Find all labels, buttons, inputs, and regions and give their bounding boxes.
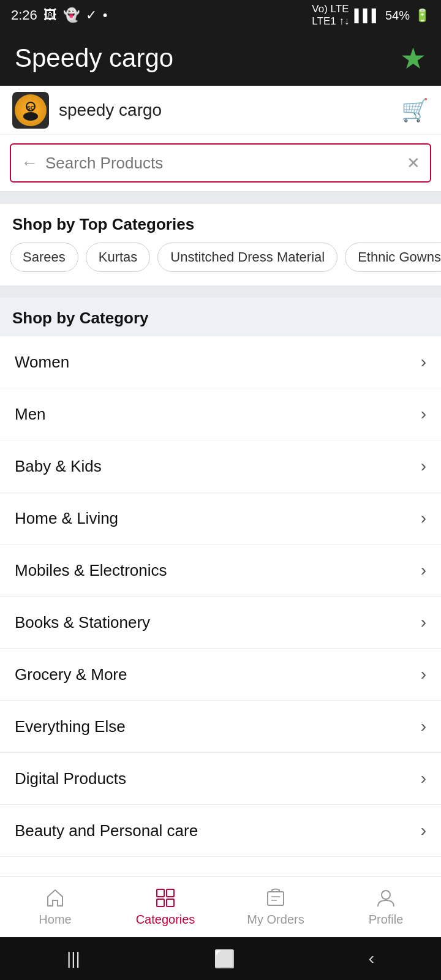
chip-ethnic-gowns[interactable]: Ethnic Gowns <box>345 243 441 272</box>
category-label-mobiles: Mobiles & Electronics <box>15 561 167 580</box>
chevron-right-icon-everything-else: › <box>421 717 426 736</box>
category-item-baby-kids[interactable]: Baby & Kids › <box>0 440 441 492</box>
status-right: Vo) LTELTE1 ↑↓ ▌▌▌ 54% 🔋 <box>312 3 430 28</box>
shop-by-category-heading: Shop by Category <box>0 298 441 336</box>
shop-name-label: speedy cargo <box>59 100 162 120</box>
chevron-right-icon-mobiles: › <box>421 560 426 580</box>
search-bar-container: ← ✕ <box>0 135 441 192</box>
status-bar: 2:26 🖼 👻 ✓ • Vo) LTELTE1 ↑↓ ▌▌▌ 54% 🔋 <box>0 0 441 31</box>
nav-label-home: Home <box>39 913 71 927</box>
nav-label-categories: Categories <box>136 913 195 927</box>
search-back-icon[interactable]: ← <box>21 153 38 173</box>
chevron-right-icon-digital: › <box>421 769 426 788</box>
cart-icon[interactable]: 🛒 <box>401 97 429 123</box>
category-item-grocery[interactable]: Grocery & More › <box>0 649 441 701</box>
svg-point-9 <box>382 891 390 899</box>
back-button[interactable]: ‹ <box>369 949 374 968</box>
status-left: 2:26 🖼 👻 ✓ • <box>11 7 108 23</box>
svg-text:SC: SC <box>27 105 35 111</box>
signal-icon: ▌▌▌ <box>354 9 380 23</box>
chevron-right-icon-men: › <box>421 404 426 424</box>
top-categories-chips: Sarees Kurtas Unstitched Dress Material … <box>0 243 441 285</box>
chevron-right-icon-baby-kids: › <box>421 456 426 476</box>
profile-icon <box>375 887 397 909</box>
avatar-image: SC <box>15 94 47 126</box>
category-label-home-living: Home & Living <box>15 509 118 528</box>
category-item-beauty[interactable]: Beauty and Personal care › <box>0 805 441 857</box>
category-label-women: Women <box>15 353 69 372</box>
volte-icon: Vo) LTELTE1 ↑↓ <box>312 3 349 28</box>
svg-rect-4 <box>157 889 164 897</box>
category-item-mobiles[interactable]: Mobiles & Electronics › <box>0 545 441 597</box>
svg-rect-7 <box>167 899 174 907</box>
chevron-right-icon-home-living: › <box>421 508 426 528</box>
chip-unstitched[interactable]: Unstitched Dress Material <box>157 243 337 272</box>
chevron-right-icon-books: › <box>421 612 426 632</box>
top-categories-heading: Shop by Top Categories <box>0 204 441 243</box>
battery-display: 54% <box>385 9 410 23</box>
category-item-digital[interactable]: Digital Products › <box>0 753 441 805</box>
home-button[interactable]: ⬜ <box>214 949 235 969</box>
chip-kurtas[interactable]: Kurtas <box>86 243 151 272</box>
nav-item-orders[interactable]: My Orders <box>221 887 331 927</box>
search-clear-icon[interactable]: ✕ <box>407 154 420 173</box>
app-title: Speedy cargo <box>15 43 173 73</box>
category-item-books[interactable]: Books & Stationery › <box>0 597 441 649</box>
recents-button[interactable]: ||| <box>67 949 80 968</box>
check-icon: ✓ <box>86 7 97 23</box>
category-label-digital: Digital Products <box>15 769 126 788</box>
app-header: Speedy cargo ★ <box>0 31 441 86</box>
bottom-nav: Home Categories My Orders Profile <box>0 876 441 937</box>
photo-icon: 🖼 <box>43 7 57 23</box>
search-input[interactable] <box>45 154 399 173</box>
svg-point-1 <box>23 112 38 121</box>
category-label-beauty: Beauty and Personal care <box>15 821 198 840</box>
nav-item-home[interactable]: Home <box>0 887 110 927</box>
chip-sarees[interactable]: Sarees <box>10 243 78 272</box>
categories-icon <box>154 887 176 909</box>
time-display: 2:26 <box>11 7 37 23</box>
category-item-men[interactable]: Men › <box>0 388 441 440</box>
chevron-right-icon-beauty: › <box>421 821 426 840</box>
nav-item-categories[interactable]: Categories <box>110 887 221 927</box>
category-label-everything-else: Everything Else <box>15 717 126 736</box>
chevron-right-icon-grocery: › <box>421 665 426 684</box>
svg-rect-8 <box>268 892 284 905</box>
chevron-right-icon-women: › <box>421 352 426 372</box>
gray-divider <box>0 192 441 204</box>
nav-label-profile: Profile <box>369 913 404 927</box>
shop-avatar: SC <box>12 92 49 129</box>
battery-icon: 🔋 <box>415 8 430 23</box>
gray-divider-2 <box>0 285 441 298</box>
category-item-everything-else[interactable]: Everything Else › <box>0 701 441 753</box>
category-item-home-living[interactable]: Home & Living › <box>0 492 441 545</box>
svg-rect-6 <box>157 899 164 907</box>
system-bar: ||| ⬜ ‹ <box>0 937 441 980</box>
category-label-men: Men <box>15 405 46 424</box>
search-bar: ← ✕ <box>10 143 431 183</box>
shop-header-row: SC speedy cargo 🛒 <box>0 86 441 135</box>
category-item-women[interactable]: Women › <box>0 336 441 388</box>
svg-rect-5 <box>167 889 174 897</box>
category-list: Women › Men › Baby & Kids › Home & Livin… <box>0 336 441 857</box>
shop-by-category-section: Shop by Category <box>0 298 441 336</box>
orders-icon <box>265 887 287 909</box>
favorite-star-icon[interactable]: ★ <box>400 41 426 75</box>
snapchat-icon: 👻 <box>63 7 80 23</box>
home-icon <box>44 887 66 909</box>
nav-label-orders: My Orders <box>247 913 304 927</box>
dot-icon: • <box>103 7 108 23</box>
category-label-grocery: Grocery & More <box>15 665 127 684</box>
category-label-books: Books & Stationery <box>15 613 150 632</box>
nav-item-profile[interactable]: Profile <box>331 887 441 927</box>
shop-logo-row: SC speedy cargo <box>12 92 162 129</box>
category-label-baby-kids: Baby & Kids <box>15 457 102 476</box>
